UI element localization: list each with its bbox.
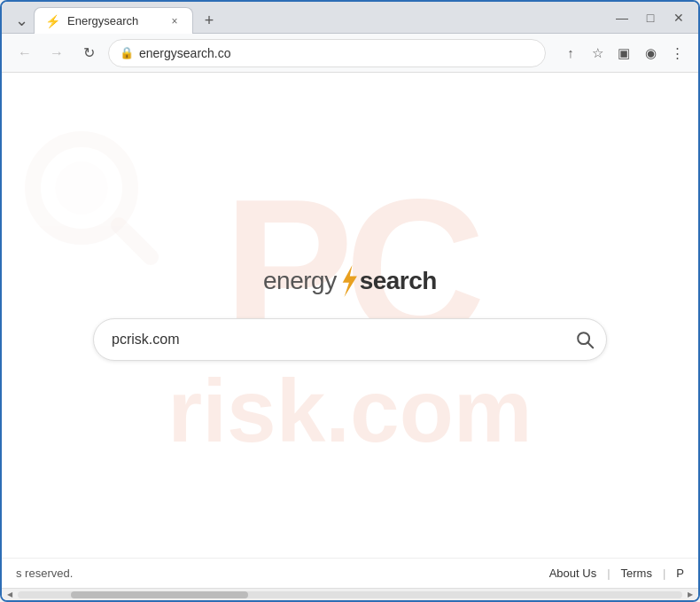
minimize-button[interactable]: — (610, 5, 634, 30)
page-content: PC risk .com energy search (2, 73, 698, 588)
new-tab-button[interactable]: + (197, 8, 222, 33)
close-button[interactable]: ✕ (666, 5, 691, 30)
bookmark-icon[interactable]: ☆ (587, 43, 608, 64)
menu-icon[interactable]: ⋮ (666, 43, 688, 64)
logo-bolt-icon (337, 265, 360, 297)
window-controls: — □ ✕ (610, 5, 691, 30)
url-bar[interactable]: 🔒 energysearch.co (108, 39, 546, 67)
tab-area: ⌄ ⚡ Energysearch × + (9, 2, 606, 33)
extra-link[interactable]: P (676, 567, 684, 580)
lock-icon: 🔒 (120, 46, 134, 59)
maximize-button[interactable]: □ (638, 5, 663, 30)
address-bar: ← → ↻ 🔒 energysearch.co ↑ ☆ ▣ ◉ ⋮ (2, 34, 698, 73)
footer: s reserved. About Us | Terms | P (2, 558, 698, 588)
logo-energy-text: energy (263, 267, 337, 295)
about-us-link[interactable]: About Us (549, 567, 596, 580)
scrollbar: ◀ ▶ (2, 588, 698, 600)
back-button[interactable]: ← (12, 41, 37, 66)
search-box (93, 318, 607, 361)
search-icon (575, 330, 595, 349)
profile-icon[interactable]: ◉ (640, 43, 661, 64)
svg-marker-3 (342, 265, 356, 297)
search-input[interactable] (93, 318, 607, 361)
footer-separator-1: | (607, 567, 610, 580)
tab-chevron[interactable]: ⌄ (9, 8, 34, 33)
sidebar-icon[interactable]: ▣ (613, 43, 634, 64)
footer-links: About Us | Terms | P (549, 567, 684, 580)
tab-close-button[interactable]: × (167, 14, 182, 28)
share-icon[interactable]: ↑ (560, 43, 581, 64)
tab-title: Energysearch (67, 14, 160, 27)
scrollbar-thumb[interactable] (71, 591, 248, 598)
reload-button[interactable]: ↻ (76, 41, 101, 66)
svg-line-5 (587, 342, 593, 348)
address-icons: ↑ ☆ ▣ ◉ ⋮ (560, 43, 688, 64)
title-bar: ⌄ ⚡ Energysearch × + — □ ✕ (2, 2, 698, 34)
logo-area: energy search (263, 265, 437, 297)
terms-link[interactable]: Terms (621, 567, 652, 580)
logo-search-text: search (360, 267, 437, 295)
tab-favicon: ⚡ (45, 14, 60, 28)
url-text: energysearch.co (139, 46, 231, 60)
main-content: energy search (2, 73, 698, 588)
forward-button[interactable]: → (44, 41, 69, 66)
scroll-right-button[interactable]: ▶ (684, 590, 696, 600)
browser-window: ⌄ ⚡ Energysearch × + — □ ✕ ← → ↻ 🔒 energ… (0, 0, 700, 602)
footer-separator-2: | (663, 567, 665, 580)
search-button[interactable] (575, 330, 595, 349)
copyright-text: s reserved. (16, 567, 73, 580)
scroll-left-button[interactable]: ◀ (4, 590, 16, 600)
active-tab[interactable]: ⚡ Energysearch × (34, 7, 193, 34)
scrollbar-track[interactable] (18, 591, 682, 598)
